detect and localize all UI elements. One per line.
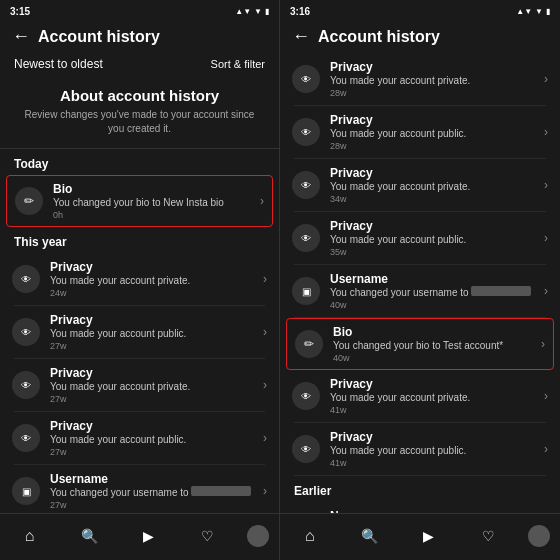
- history-item-privacy-1[interactable]: 👁 Privacy You made your account private.…: [0, 253, 279, 305]
- privacy-content-r5: Privacy You made your account private. 4…: [330, 377, 534, 415]
- chevron-privacy-4: ›: [263, 431, 267, 445]
- privacy-icon-4: 👁: [12, 424, 40, 452]
- back-button-right[interactable]: ←: [292, 26, 310, 47]
- privacy-time-r4: 35w: [330, 247, 534, 257]
- privacy-title-r3: Privacy: [330, 166, 534, 180]
- bio-desc-right: You changed your bio to Test account*: [333, 339, 531, 352]
- privacy-title-r5: Privacy: [330, 377, 534, 391]
- about-desc: Review changes you've made to your accou…: [20, 108, 259, 136]
- privacy-content-2: Privacy You made your account public. 27…: [50, 313, 253, 351]
- privacy-desc-r2: You made your account public.: [330, 127, 534, 140]
- privacy-content-1: Privacy You made your account private. 2…: [50, 260, 253, 298]
- status-bar-right: 3:16 ▲▼ ▼ ▮: [280, 0, 560, 20]
- chevron-privacy-r6: ›: [544, 442, 548, 456]
- chevron-privacy-1: ›: [263, 272, 267, 286]
- bio-icon-right: ✏: [295, 330, 323, 358]
- history-item-bio-right[interactable]: ✏ Bio You changed your bio to Test accou…: [286, 318, 554, 370]
- privacy-icon-3: 👁: [12, 371, 40, 399]
- section-earlier-label: Earlier: [280, 476, 560, 502]
- bio-content-right: Bio You changed your bio to Test account…: [333, 325, 531, 363]
- sort-filter-button[interactable]: Sort & filter: [211, 58, 265, 70]
- chevron-privacy-r3: ›: [544, 178, 548, 192]
- privacy-title-1: Privacy: [50, 260, 253, 274]
- history-item-privacy-r6[interactable]: 👁 Privacy You made your account public. …: [280, 423, 560, 475]
- privacy-title-2: Privacy: [50, 313, 253, 327]
- signal-icon-left: ▲▼: [235, 7, 251, 16]
- status-icons-left: ▲▼ ▼ ▮: [235, 7, 269, 16]
- name-content: Name You removed your name from your pro…: [330, 509, 534, 513]
- privacy-content-r6: Privacy You made your account public. 41…: [330, 430, 534, 468]
- username-title-left: Username: [50, 472, 253, 486]
- history-list-right[interactable]: 👁 Privacy You made your account private.…: [280, 53, 560, 513]
- bio-icon-today: ✏: [15, 187, 43, 215]
- privacy-desc-2: You made your account public.: [50, 327, 253, 340]
- nav-reels-left[interactable]: ▶: [128, 522, 168, 550]
- history-item-privacy-r3[interactable]: 👁 Privacy You made your account private.…: [280, 159, 560, 211]
- nav-heart-right[interactable]: ♡: [469, 522, 509, 550]
- nav-search-right[interactable]: 🔍: [349, 522, 389, 550]
- privacy-icon-2: 👁: [12, 318, 40, 346]
- bio-content-today: Bio You changed your bio to New Insta bi…: [53, 182, 250, 220]
- wifi-icon-right: ▼: [535, 7, 543, 16]
- history-item-privacy-r2[interactable]: 👁 Privacy You made your account public. …: [280, 106, 560, 158]
- history-item-username-right[interactable]: ▣ Username You changed your username to …: [280, 265, 560, 317]
- privacy-icon-r4: 👁: [292, 224, 320, 252]
- status-time-right: 3:16: [290, 6, 310, 17]
- blurred-username-left: [191, 486, 251, 496]
- privacy-time-r6: 41w: [330, 458, 534, 468]
- history-list-left[interactable]: Today ✏ Bio You changed your bio to New …: [0, 149, 279, 513]
- chevron-username-right: ›: [544, 284, 548, 298]
- privacy-title-r4: Privacy: [330, 219, 534, 233]
- back-button-left[interactable]: ←: [12, 26, 30, 47]
- history-item-privacy-2[interactable]: 👁 Privacy You made your account public. …: [0, 306, 279, 358]
- nav-profile-left[interactable]: [247, 525, 269, 547]
- privacy-time-2: 27w: [50, 341, 253, 351]
- signal-icon-right: ▲▼: [516, 7, 532, 16]
- battery-icon-right: ▮: [546, 7, 550, 16]
- chevron-username-left: ›: [263, 484, 267, 498]
- privacy-content-r1: Privacy You made your account private. 2…: [330, 60, 534, 98]
- history-item-privacy-r4[interactable]: 👁 Privacy You made your account public. …: [280, 212, 560, 264]
- bottom-nav-right: ⌂ 🔍 ▶ ♡: [280, 513, 560, 560]
- battery-icon-left: ▮: [265, 7, 269, 16]
- privacy-title-r2: Privacy: [330, 113, 534, 127]
- chevron-privacy-r5: ›: [544, 389, 548, 403]
- privacy-desc-4: You made your account public.: [50, 433, 253, 446]
- nav-home-left[interactable]: ⌂: [10, 522, 50, 550]
- privacy-desc-r4: You made your account public.: [330, 233, 534, 246]
- chevron-privacy-r4: ›: [544, 231, 548, 245]
- history-item-name[interactable]: ☺ Name You removed your name from your p…: [280, 502, 560, 513]
- privacy-content-r2: Privacy You made your account public. 28…: [330, 113, 534, 151]
- privacy-icon-r1: 👁: [292, 65, 320, 93]
- nav-heart-left[interactable]: ♡: [188, 522, 228, 550]
- chevron-privacy-2: ›: [263, 325, 267, 339]
- nav-reels-right[interactable]: ▶: [409, 522, 449, 550]
- history-item-privacy-r5[interactable]: 👁 Privacy You made your account private.…: [280, 370, 560, 422]
- chevron-privacy-3: ›: [263, 378, 267, 392]
- username-time-left: 27w: [50, 500, 253, 510]
- nav-profile-right[interactable]: [528, 525, 550, 547]
- section-today-label: Today: [0, 149, 279, 175]
- status-icons-right: ▲▼ ▼ ▮: [516, 7, 550, 16]
- nav-home-right[interactable]: ⌂: [290, 522, 330, 550]
- privacy-icon-r5: 👁: [292, 382, 320, 410]
- privacy-time-3: 27w: [50, 394, 253, 404]
- history-item-privacy-r1[interactable]: 👁 Privacy You made your account private.…: [280, 53, 560, 105]
- history-item-privacy-4[interactable]: 👁 Privacy You made your account public. …: [0, 412, 279, 464]
- wifi-icon-left: ▼: [254, 7, 262, 16]
- privacy-desc-r3: You made your account private.: [330, 180, 534, 193]
- username-time-right: 40w: [330, 300, 534, 310]
- nav-search-left[interactable]: 🔍: [69, 522, 109, 550]
- about-title: About account history: [20, 87, 259, 104]
- privacy-title-r1: Privacy: [330, 60, 534, 74]
- privacy-desc-r5: You made your account private.: [330, 391, 534, 404]
- history-item-bio-today[interactable]: ✏ Bio You changed your bio to New Insta …: [6, 175, 273, 227]
- history-item-username-left[interactable]: ▣ Username You changed your username to …: [0, 465, 279, 513]
- history-item-privacy-3[interactable]: 👁 Privacy You made your account private.…: [0, 359, 279, 411]
- privacy-desc-3: You made your account private.: [50, 380, 253, 393]
- page-title-right: Account history: [318, 28, 440, 46]
- username-content-left: Username You changed your username to 27…: [50, 472, 253, 510]
- header-right: ← Account history: [280, 20, 560, 53]
- page-title-left: Account history: [38, 28, 160, 46]
- privacy-icon-r3: 👁: [292, 171, 320, 199]
